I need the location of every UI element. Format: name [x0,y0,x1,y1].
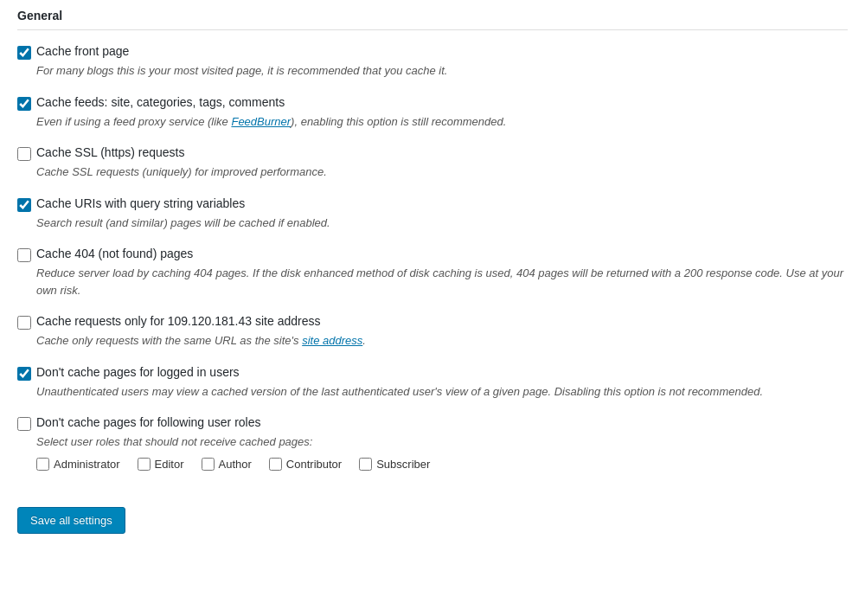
no-cache-logged-in-desc: Unauthenticated users may view a cached … [36,383,848,401]
cache-feeds-checkbox[interactable] [17,97,31,111]
no-cache-user-roles-label[interactable]: Don't cache pages for following user rol… [36,415,260,429]
cache-404-checkbox[interactable] [17,248,31,262]
cache-404-label[interactable]: Cache 404 (not found) pages [36,247,193,260]
settings-page: General Cache front page For many blogs … [0,0,865,616]
cache-front-page-label[interactable]: Cache front page [36,44,129,58]
cache-site-address-checkbox[interactable] [17,316,31,330]
cache-feeds-label[interactable]: Cache feeds: site, categories, tags, com… [36,95,285,109]
role-contributor-checkbox[interactable] [269,458,282,471]
cache-feeds-desc-before: Even if using a feed proxy service (like [36,115,231,128]
section-title: General [17,9,848,30]
cache-feeds-desc-after: ), enabling this option is still recomme… [291,115,506,128]
setting-no-cache-logged-in: Don't cache pages for logged in users Un… [17,365,848,401]
role-subscriber-checkbox[interactable] [359,458,372,471]
setting-no-cache-user-roles: Don't cache pages for following user rol… [17,415,848,471]
feedburner-link[interactable]: FeedBurner [231,115,291,128]
cache-site-address-label[interactable]: Cache requests only for 109.120.181.43 s… [36,314,320,328]
setting-cache-feeds: Cache feeds: site, categories, tags, com… [17,95,848,131]
role-administrator: Administrator [36,458,120,471]
cache-site-address-desc-before: Cache only requests with the same URL as… [36,334,302,347]
cache-ssl-desc: Cache SSL requests (uniquely) for improv… [36,164,848,181]
cache-front-page-checkbox[interactable] [17,46,31,60]
role-contributor: Contributor [269,458,342,471]
roles-container: Administrator Editor Author Contributor … [36,458,848,471]
role-administrator-label[interactable]: Administrator [54,458,120,471]
role-editor: Editor [138,458,184,471]
role-editor-checkbox[interactable] [138,458,151,471]
role-author-label[interactable]: Author [219,458,252,471]
cache-query-string-desc: Search result (and similar) pages will b… [36,215,848,232]
no-cache-user-roles-desc: Select user roles that should not receiv… [36,433,848,451]
cache-query-string-label[interactable]: Cache URIs with query string variables [36,196,245,210]
role-author: Author [202,458,252,471]
role-subscriber-label[interactable]: Subscriber [376,458,430,471]
setting-cache-front-page: Cache front page For many blogs this is … [17,44,848,80]
cache-site-address-desc-after: . [362,334,366,347]
setting-cache-query-string: Cache URIs with query string variables S… [17,196,848,232]
cache-404-desc: Reduce server load by caching 404 pages.… [36,265,848,298]
no-cache-logged-in-checkbox[interactable] [17,367,31,381]
cache-query-string-checkbox[interactable] [17,198,31,212]
cache-front-page-desc: For many blogs this is your most visited… [36,62,848,80]
cache-ssl-label[interactable]: Cache SSL (https) requests [36,145,184,159]
setting-cache-site-address: Cache requests only for 109.120.181.43 s… [17,314,848,350]
role-contributor-label[interactable]: Contributor [286,458,342,471]
role-subscriber: Subscriber [359,458,430,471]
role-administrator-checkbox[interactable] [36,458,49,471]
role-author-checkbox[interactable] [202,458,215,471]
cache-site-address-desc: Cache only requests with the same URL as… [36,332,848,350]
no-cache-user-roles-checkbox[interactable] [17,417,31,431]
cache-ssl-checkbox[interactable] [17,147,31,161]
setting-cache-ssl: Cache SSL (https) requests Cache SSL req… [17,145,848,181]
cache-feeds-desc: Even if using a feed proxy service (like… [36,113,848,131]
site-address-link[interactable]: site address [302,334,362,347]
role-editor-label[interactable]: Editor [155,458,184,471]
no-cache-logged-in-label[interactable]: Don't cache pages for logged in users [36,365,240,379]
save-all-settings-button[interactable]: Save all settings [17,507,125,534]
setting-cache-404: Cache 404 (not found) pages Reduce serve… [17,247,848,298]
